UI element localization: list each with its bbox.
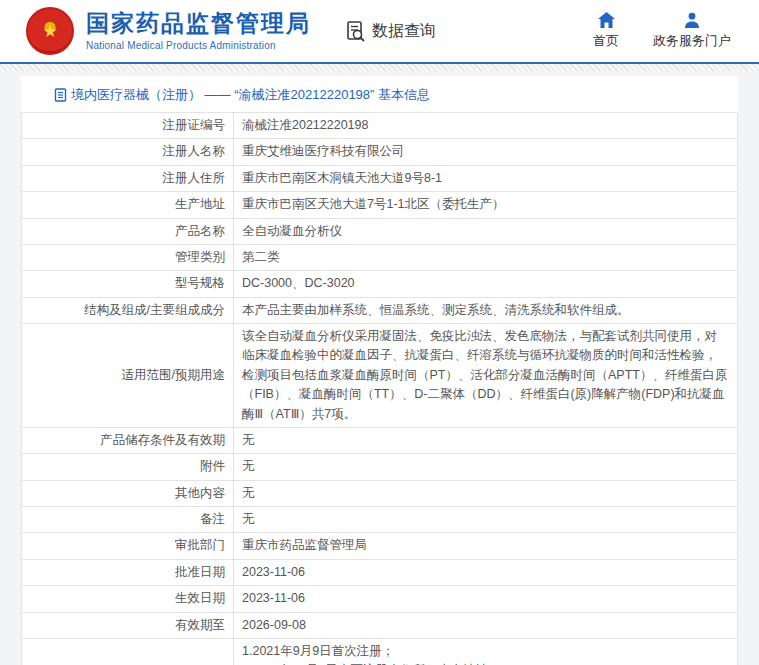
agency-name-en: National Medical Products Administration <box>86 40 311 51</box>
row-label: 审批部门 <box>22 533 234 559</box>
row-value: 2023-11-06 <box>234 559 738 585</box>
row-value: 1.2021年9月9日首次注册； 2.2023年11月6日变更注册人住所、生产地… <box>234 638 738 665</box>
table-row-management-class: 管理类别 第二类 <box>22 244 738 270</box>
row-value: 重庆市巴南区木洞镇天池大道9号8-1 <box>234 165 738 191</box>
row-label: 结构及组成/主要组成成分 <box>22 297 234 323</box>
row-label: 批准日期 <box>22 559 234 585</box>
table-row-approval-department: 审批部门 重庆市药品监督管理局 <box>22 533 738 559</box>
national-emblem-logo: ★ <box>26 7 74 55</box>
registration-info-table: 注册证编号 渝械注准20212220198 注册人名称 重庆艾维迪医疗科技有限公… <box>21 112 738 665</box>
row-value: 无 <box>234 507 738 533</box>
row-label: 管理类别 <box>22 244 234 270</box>
top-bar: ★ 国家药品监督管理局 National Medical Products Ad… <box>0 0 759 62</box>
table-row-storage: 产品储存条件及有效期 无 <box>22 427 738 453</box>
table-row-effective-date: 生效日期 2023-11-06 <box>22 586 738 612</box>
table-row-change-history: 变更情况 1.2021年9月9日首次注册； 2.2023年11月6日变更注册人住… <box>22 638 738 665</box>
row-value: 重庆市巴南区天池大道7号1-1北区（委托生产） <box>234 192 738 218</box>
page-title: 境内医疗器械（注册） —— “渝械注准20212220198” 基本信息 <box>71 86 430 104</box>
row-label: 产品名称 <box>22 218 234 244</box>
row-label: 型号规格 <box>22 271 234 297</box>
row-value: 全自动凝血分析仪 <box>234 218 738 244</box>
nav-home-label: 首页 <box>593 32 619 50</box>
table-row-model-spec: 型号规格 DC-3000、DC-3020 <box>22 271 738 297</box>
row-value: DC-3000、DC-3020 <box>234 271 738 297</box>
nav-portal[interactable]: 政务服务门户 <box>653 12 731 50</box>
row-value: 无 <box>234 480 738 506</box>
row-value: 渝械注准20212220198 <box>234 113 738 139</box>
row-value: 2023-11-06 <box>234 586 738 612</box>
document-icon <box>54 88 71 102</box>
row-value: 2026-09-08 <box>234 612 738 638</box>
row-value: 重庆艾维迪医疗科技有限公司 <box>234 139 738 165</box>
row-value: 本产品主要由加样系统、恒温系统、测定系统、清洗系统和软件组成。 <box>234 297 738 323</box>
row-label: 生产地址 <box>22 192 234 218</box>
table-row-expiry-date: 有效期至 2026-09-08 <box>22 612 738 638</box>
table-row-cert-number: 注册证编号 渝械注准20212220198 <box>22 113 738 139</box>
nav-portal-label: 政务服务门户 <box>653 32 731 50</box>
document-search-icon <box>345 20 367 42</box>
row-label: 适用范围/预期用途 <box>22 324 234 428</box>
table-row-intended-use: 适用范围/预期用途 该全自动凝血分析仪采用凝固法、免疫比浊法、发色底物法，与配套… <box>22 324 738 428</box>
user-icon <box>684 12 700 32</box>
content-panel: 境内医疗器械（注册） —— “渝械注准20212220198” 基本信息 注册证… <box>21 76 738 665</box>
row-label: 注册证编号 <box>22 113 234 139</box>
table-row-registrant-address: 注册人住所 重庆市巴南区木洞镇天池大道9号8-1 <box>22 165 738 191</box>
table-row-registrant-name: 注册人名称 重庆艾维迪医疗科技有限公司 <box>22 139 738 165</box>
table-row-attachment: 附件 无 <box>22 454 738 480</box>
row-label: 产品储存条件及有效期 <box>22 427 234 453</box>
row-label: 注册人名称 <box>22 139 234 165</box>
table-row-structure: 结构及组成/主要组成成分 本产品主要由加样系统、恒温系统、测定系统、清洗系统和软… <box>22 297 738 323</box>
table-row-other-content: 其他内容 无 <box>22 480 738 506</box>
row-value: 无 <box>234 454 738 480</box>
row-label: 变更情况 <box>22 638 234 665</box>
data-query-label: 数据查询 <box>372 21 436 42</box>
table-row-product-name: 产品名称 全自动凝血分析仪 <box>22 218 738 244</box>
page-title-bar: 境内医疗器械（注册） —— “渝械注准20212220198” 基本信息 <box>21 76 738 112</box>
table-row-production-address: 生产地址 重庆市巴南区天池大道7号1-1北区（委托生产） <box>22 192 738 218</box>
row-value: 无 <box>234 427 738 453</box>
table-row-remark: 备注 无 <box>22 507 738 533</box>
agency-name-cn: 国家药品监督管理局 <box>86 11 311 36</box>
header-hatch-band <box>0 64 759 71</box>
table-row-approval-date: 批准日期 2023-11-06 <box>22 559 738 585</box>
row-label: 附件 <box>22 454 234 480</box>
row-value: 第二类 <box>234 244 738 270</box>
top-nav: 首页 政务服务门户 <box>593 12 739 50</box>
row-label: 注册人住所 <box>22 165 234 191</box>
agency-title-block: 国家药品监督管理局 National Medical Products Admi… <box>86 11 311 50</box>
nav-home[interactable]: 首页 <box>593 12 619 50</box>
home-icon <box>598 12 615 32</box>
data-query-nav[interactable]: 数据查询 <box>345 20 436 42</box>
row-label: 其他内容 <box>22 480 234 506</box>
row-label: 备注 <box>22 507 234 533</box>
row-value: 该全自动凝血分析仪采用凝固法、免疫比浊法、发色底物法，与配套试剂共同使用，对临床… <box>234 324 738 428</box>
row-label: 生效日期 <box>22 586 234 612</box>
row-label: 有效期至 <box>22 612 234 638</box>
row-value: 重庆市药品监督管理局 <box>234 533 738 559</box>
